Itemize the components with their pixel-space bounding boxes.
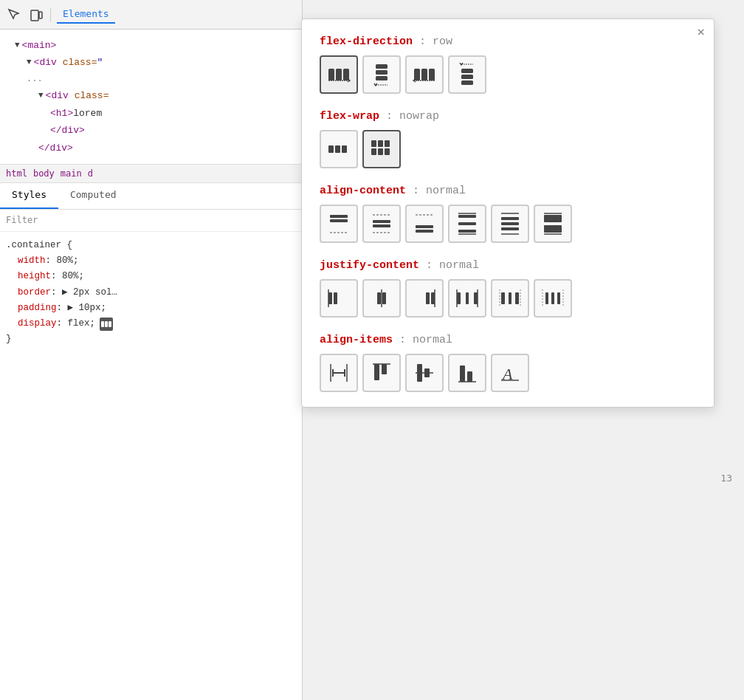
tree-line-div1[interactable]: ▼ <div class= " [6,54,296,71]
tree-attr-name: class= [75,87,109,104]
justify-content-end-btn[interactable] [405,279,444,318]
tree-line-div-close2[interactable]: </div> [6,140,296,157]
flex-wrap-buttons [320,130,696,168]
svg-rect-10 [376,76,388,80]
svg-rect-29 [373,220,390,223]
align-content-end-btn[interactable] [405,205,444,243]
device-icon[interactable] [28,7,44,23]
align-content-prop-name: align-content [320,185,406,197]
svg-rect-60 [466,292,469,304]
svg-rect-82 [460,366,465,382]
tree-triangle: ▼ [27,55,32,70]
svg-rect-24 [378,148,383,155]
tree-line-div2[interactable]: ▼ <div class= [6,87,296,104]
tree-line-div-close1[interactable]: </div> [6,122,296,139]
align-content-prop-value: : normal [413,185,466,197]
align-content-start-btn[interactable] [320,205,358,243]
line-number: 13 [720,473,732,484]
justify-content-space-around-btn[interactable] [491,279,529,318]
css-selector: .container { [6,238,296,253]
flex-icon[interactable] [100,318,113,331]
css-property-height: height: 80%; [6,269,296,284]
svg-rect-22 [385,140,390,147]
align-items-center-btn[interactable] [405,354,444,392]
tree-text: lorem [73,105,102,122]
svg-rect-23 [371,148,376,155]
svg-rect-21 [378,140,383,147]
tree-triangle: ▼ [15,38,20,53]
elements-tab[interactable]: Elements [57,5,115,24]
align-content-stretch-btn[interactable] [534,205,572,243]
justify-content-buttons [320,279,696,318]
flex-direction-prop-name: flex-direction [320,35,413,48]
justify-content-section: justify-content : normal [320,258,696,318]
filter-label: Filter [6,215,38,225]
justify-content-space-evenly-btn[interactable] [534,279,572,318]
flex-direction-buttons [320,55,696,94]
align-items-stretch-btn[interactable] [320,354,358,392]
tree-tag: <main> [22,37,57,54]
css-property-border: border: ▶ 2px sol… [6,285,296,301]
flex-direction-column-reverse-btn[interactable] [448,55,486,94]
svg-rect-20 [371,140,376,147]
flex-direction-row-btn[interactable] [320,55,358,94]
breadcrumb-html[interactable]: html [6,168,27,179]
flex-wrap-prop-name: flex-wrap [320,110,379,123]
breadcrumb-body[interactable]: body [33,168,55,179]
svg-rect-14 [461,80,473,85]
svg-rect-4 [108,321,111,327]
css-property-display: display: flex; [6,316,296,332]
align-content-space-around-btn[interactable] [491,205,529,243]
align-items-prop-value: : normal [399,334,452,346]
flex-wrap-nowrap-btn[interactable] [320,130,358,168]
toolbar-divider [50,7,51,22]
flex-direction-row-reverse-btn[interactable] [405,55,444,94]
align-items-buttons: A [320,354,696,392]
css-prop-name[interactable]: padding [6,303,57,313]
tab-computed[interactable]: Computed [58,183,128,209]
align-items-baseline-btn[interactable]: A [491,354,529,392]
css-prop-name[interactable]: height [6,271,51,281]
svg-rect-2 [101,321,104,327]
align-items-end-btn[interactable] [448,354,486,392]
css-prop-name[interactable]: display [6,316,57,332]
css-prop-name[interactable]: border [6,287,51,298]
flex-direction-column-btn[interactable] [362,55,401,94]
justify-content-space-between-btn[interactable] [448,279,486,318]
justify-content-center-btn[interactable] [362,279,401,318]
svg-rect-76 [374,364,379,380]
justify-content-label: justify-content : normal [320,258,696,272]
svg-rect-17 [328,145,334,153]
css-property-width: width: 80%; [6,253,296,269]
tree-tag-close: </div> [50,122,85,139]
svg-rect-64 [501,292,505,304]
tree-line-h1[interactable]: <h1> lorem [6,105,296,122]
align-content-center-btn[interactable] [362,205,401,243]
css-prop-name[interactable]: width [6,255,46,266]
svg-rect-30 [373,224,390,227]
breadcrumb-d[interactable]: d [88,168,93,179]
flex-wrap-section: flex-wrap : nowrap [320,109,696,168]
justify-content-start-btn[interactable] [320,279,358,318]
tab-styles[interactable]: Styles [0,183,58,209]
svg-rect-47 [544,225,562,233]
flex-direction-section: flex-direction : row [320,34,696,94]
align-content-buttons [320,205,696,243]
svg-rect-0 [31,10,38,21]
tree-line-main[interactable]: ▼ <main> [6,37,296,54]
align-items-start-btn[interactable] [362,354,401,392]
svg-rect-66 [515,292,519,304]
align-content-space-between-btn[interactable] [448,205,486,243]
close-icon[interactable]: × [697,25,705,38]
flex-wrap-wrap-btn[interactable] [362,130,401,168]
svg-rect-3 [105,321,108,327]
svg-rect-13 [414,69,420,80]
justify-content-prop-name: justify-content [320,259,419,272]
svg-rect-37 [458,222,476,225]
svg-rect-9 [376,70,388,75]
svg-rect-56 [426,292,430,304]
breadcrumb-main[interactable]: main [61,168,82,179]
tree-tag-close: </div> [38,140,73,157]
tree-triangle: ▼ [38,89,44,103]
inspect-icon[interactable] [6,7,22,23]
